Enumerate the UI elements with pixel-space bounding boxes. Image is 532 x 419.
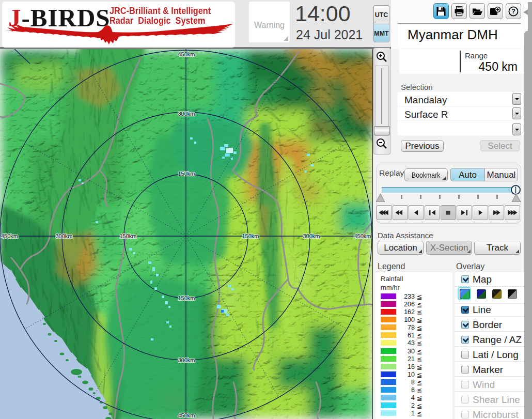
svg-text:150km: 150km bbox=[178, 295, 195, 301]
svg-text:300km: 300km bbox=[55, 233, 72, 239]
svg-text:300km: 300km bbox=[303, 233, 320, 239]
svg-text:450km: 450km bbox=[354, 233, 371, 239]
svg-text:150km: 150km bbox=[119, 233, 136, 239]
svg-text:450km: 450km bbox=[1, 233, 18, 239]
svg-text:150km: 150km bbox=[178, 170, 195, 177]
svg-text:300km: 300km bbox=[178, 111, 195, 117]
svg-text:450km: 450km bbox=[178, 51, 195, 57]
svg-text:?: ? bbox=[511, 8, 515, 15]
svg-text:300km: 300km bbox=[178, 357, 195, 363]
svg-text:450km: 450km bbox=[178, 412, 195, 418]
svg-text:150km: 150km bbox=[242, 233, 259, 239]
